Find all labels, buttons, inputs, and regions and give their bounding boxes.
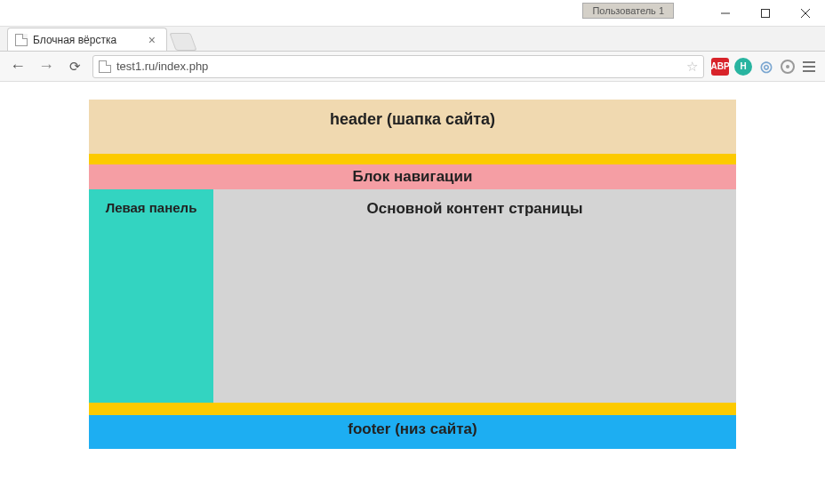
site-middle: Левая панель Основной контент страницы <box>89 189 736 403</box>
bookmark-star-icon[interactable]: ☆ <box>686 59 698 75</box>
main-content: Основной контент страницы <box>213 189 736 403</box>
swirl-extension-icon[interactable]: ◎ <box>757 58 775 76</box>
maximize-button[interactable] <box>745 0 785 26</box>
back-button[interactable]: ← <box>7 56 28 77</box>
site-footer: footer (низ сайта) <box>89 415 736 449</box>
address-bar[interactable]: test1.ru/index.php ☆ <box>92 55 704 78</box>
browser-tab[interactable]: Блочная вёрстка × <box>7 28 167 51</box>
svg-rect-1 <box>761 9 769 17</box>
window-titlebar: Пользователь 1 <box>0 0 825 27</box>
hamburger-menu-icon[interactable] <box>800 58 818 76</box>
circle-extension-icon[interactable] <box>781 60 795 74</box>
page-viewport: header (шапка сайта) Блок навигации Лева… <box>0 82 825 504</box>
browser-toolbar: ← → ⟳ test1.ru/index.php ☆ ABP H ◎ <box>0 52 825 82</box>
user-profile-badge[interactable]: Пользователь 1 <box>582 3 674 19</box>
forward-button[interactable]: → <box>36 56 57 77</box>
tab-close-icon[interactable]: × <box>145 33 159 47</box>
h-extension-icon[interactable]: H <box>734 58 752 76</box>
yellow-divider-bottom <box>89 403 736 415</box>
page-layout: header (шапка сайта) Блок навигации Лева… <box>89 100 736 449</box>
page-icon <box>99 60 111 73</box>
site-header: header (шапка сайта) <box>89 100 736 154</box>
minimize-button[interactable] <box>705 0 745 26</box>
tab-title: Блочная вёрстка <box>33 34 116 46</box>
extension-icons: ABP H ◎ <box>711 58 818 76</box>
page-icon <box>15 34 28 46</box>
url-text: test1.ru/index.php <box>116 60 208 73</box>
close-button[interactable] <box>785 0 825 26</box>
reload-button[interactable]: ⟳ <box>64 56 85 77</box>
tab-strip: Блочная вёрстка × <box>0 27 825 52</box>
new-tab-button[interactable] <box>169 33 196 51</box>
left-panel: Левая панель <box>89 189 213 403</box>
site-nav: Блок навигации <box>89 164 736 189</box>
yellow-divider-top <box>89 154 736 164</box>
window-controls <box>705 0 825 26</box>
abp-extension-icon[interactable]: ABP <box>711 58 729 76</box>
